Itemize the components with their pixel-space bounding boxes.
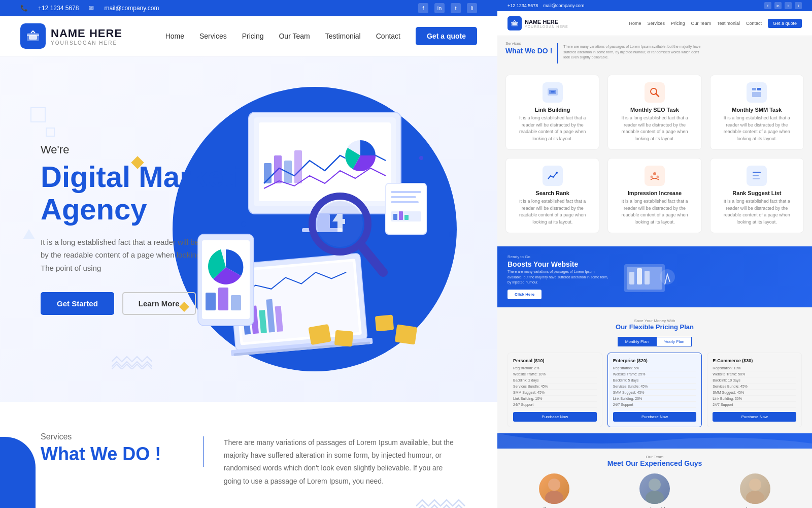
service-title-1: Link Building xyxy=(513,107,592,113)
rp-tw-icon: t xyxy=(785,2,792,9)
get-started-button[interactable]: Get Started xyxy=(41,292,114,315)
logo-text: NAME HERE YOURSLOGAN HERE xyxy=(51,27,122,46)
service-card-search-rank: Search Rank It is a long established fac… xyxy=(505,158,599,233)
svg-rect-25 xyxy=(206,293,216,310)
impression-icon xyxy=(645,166,665,186)
facebook-icon[interactable]: f xyxy=(418,3,428,13)
rp-personal-buy-button[interactable]: Purchase Now xyxy=(513,412,597,422)
services-title: What We DO ! xyxy=(41,443,183,465)
avatar-riya xyxy=(740,473,770,504)
link-building-icon xyxy=(543,82,563,103)
svg-point-58 xyxy=(650,176,653,178)
rp-email: mail@company.com xyxy=(543,3,584,8)
rp-boost-illustration xyxy=(619,257,680,297)
rp-team-label: Our Team xyxy=(507,455,802,459)
rp-logo-name: NAME HERE xyxy=(525,19,568,25)
nav-testimonial[interactable]: Testimonial xyxy=(325,32,361,40)
rp-logo-area: NAME HERE YOURSLOGAN HERE xyxy=(507,16,568,30)
services-divider xyxy=(203,436,204,467)
svg-rect-5 xyxy=(264,163,272,183)
smm-icon xyxy=(747,82,767,103)
phone-icon: 📞 xyxy=(20,5,28,12)
svg-rect-34 xyxy=(395,324,417,344)
svg-point-57 xyxy=(653,172,656,175)
nav-pricing[interactable]: Pricing xyxy=(242,32,264,40)
team-card-jack: Jack Smith Designation xyxy=(608,473,701,509)
instagram-icon[interactable]: in xyxy=(434,3,445,13)
rp-services-title: What We DO ! xyxy=(505,47,552,55)
logo-slogan: YOURSLOGAN HERE xyxy=(51,40,122,46)
svg-rect-53 xyxy=(752,88,756,90)
rp-personal-title: Personal ($10) xyxy=(513,358,597,363)
rp-ecommerce-buy-button[interactable]: Purchase Now xyxy=(713,412,796,422)
rp-price-personal: Personal ($10) Registration: 2% Website … xyxy=(507,353,602,427)
svg-point-68 xyxy=(660,269,675,284)
rp-get-quote-button[interactable]: Get a quote xyxy=(768,19,802,28)
service-title-4: Search Rank xyxy=(513,190,592,196)
rp-phone: +12 1234 5678 xyxy=(507,3,538,8)
service-title-5: Impression Increase xyxy=(615,190,694,196)
get-quote-button[interactable]: Get a quote xyxy=(416,27,477,45)
service-title-2: Monthly SEO Task xyxy=(615,107,694,113)
nav-our-team[interactable]: Our Team xyxy=(279,32,310,40)
svg-rect-38 xyxy=(391,201,419,203)
svg-rect-66 xyxy=(637,268,642,284)
top-bar: 📞 +12 1234 5678 ✉ mail@company.com f in … xyxy=(0,0,497,16)
svg-line-30 xyxy=(360,244,383,272)
service-card-smm: Monthly SMM Task It is a long establishe… xyxy=(710,75,804,150)
rp-price-enterprise: Enterprise ($20) Registration: 5% Websit… xyxy=(607,353,702,427)
svg-line-52 xyxy=(656,93,659,97)
rp-boost-button[interactable]: Click Here xyxy=(507,290,542,299)
team-card-riya: Riya Kemm Designation xyxy=(708,473,802,509)
twitter-icon[interactable]: t xyxy=(451,3,461,13)
rp-wave-divider xyxy=(497,433,812,449)
logo-name: NAME HERE xyxy=(51,27,122,40)
rp-header: NAME HERE YOURSLOGAN HERE Home Services … xyxy=(497,11,812,36)
rp-boost-desc: There are many variations of passages of… xyxy=(507,269,609,285)
service-card-link-building: Link Building It is a long established f… xyxy=(505,75,599,150)
svg-point-73 xyxy=(749,479,761,491)
rp-pricing-cards: Personal ($10) Registration: 2% Website … xyxy=(507,353,802,427)
rp-logo-slogan: YOURSLOGAN HERE xyxy=(525,25,568,28)
svg-rect-60 xyxy=(753,172,761,173)
rp-pricing-label: Save Your Money With xyxy=(507,319,802,323)
nav-services[interactable]: Services xyxy=(199,32,227,40)
rp-divider xyxy=(557,43,558,64)
rp-team-section: Our Team Meet Our Experienced Guys Elina… xyxy=(497,449,812,509)
svg-rect-37 xyxy=(391,196,416,198)
service-title-3: Monthly SMM Task xyxy=(718,107,796,113)
svg-rect-61 xyxy=(753,175,759,176)
services-header-left: Services What We DO ! xyxy=(41,432,183,473)
rp-pricing-title: Our Flexible Pricing Plan xyxy=(507,323,802,331)
rp-boost-label: Ready to Go xyxy=(507,255,609,259)
deco-triangle-1 xyxy=(23,229,35,239)
svg-rect-50 xyxy=(551,91,555,92)
svg-rect-62 xyxy=(753,178,760,179)
rp-yearly-tab[interactable]: Yearly Plan xyxy=(656,337,692,346)
svg-point-74 xyxy=(746,491,764,504)
svg-rect-67 xyxy=(645,271,650,284)
rp-team-title: Meet Our Experienced Guys xyxy=(507,459,802,467)
svg-point-44 xyxy=(419,156,423,160)
rp-pricing-section: Save Your Money With Our Flexible Pricin… xyxy=(497,312,812,433)
mail-icon: ✉ xyxy=(89,5,94,12)
logo-icon xyxy=(20,23,46,49)
linkedin-icon[interactable]: li xyxy=(467,3,477,13)
services-section: Services What We DO ! There are many var… xyxy=(0,402,497,508)
main-nav: Home Services Pricing Our Team Testimoni… xyxy=(165,27,477,45)
social-icons: f in t li xyxy=(418,3,477,13)
rp-monthly-tab[interactable]: Monthly Plan xyxy=(618,337,656,346)
rp-team-grid: Elina Gomes Designation xyxy=(507,473,802,509)
nav-home[interactable]: Home xyxy=(165,32,184,40)
hero-illustration xyxy=(167,82,482,376)
rp-fb-icon: f xyxy=(764,2,771,9)
rp-nav: Home Services Pricing Our Team Testimoni… xyxy=(629,19,802,28)
deco-square-2 xyxy=(46,128,55,137)
nav-contact[interactable]: Contact xyxy=(376,32,400,40)
svg-point-70 xyxy=(545,491,563,504)
logo-area: NAME HERE YOURSLOGAN HERE xyxy=(20,23,122,49)
svg-rect-31 xyxy=(308,324,331,345)
rp-enterprise-buy-button[interactable]: Purchase Now xyxy=(613,412,697,422)
services-header: Services What We DO ! There are many var… xyxy=(41,432,457,488)
seo-icon xyxy=(645,82,665,103)
